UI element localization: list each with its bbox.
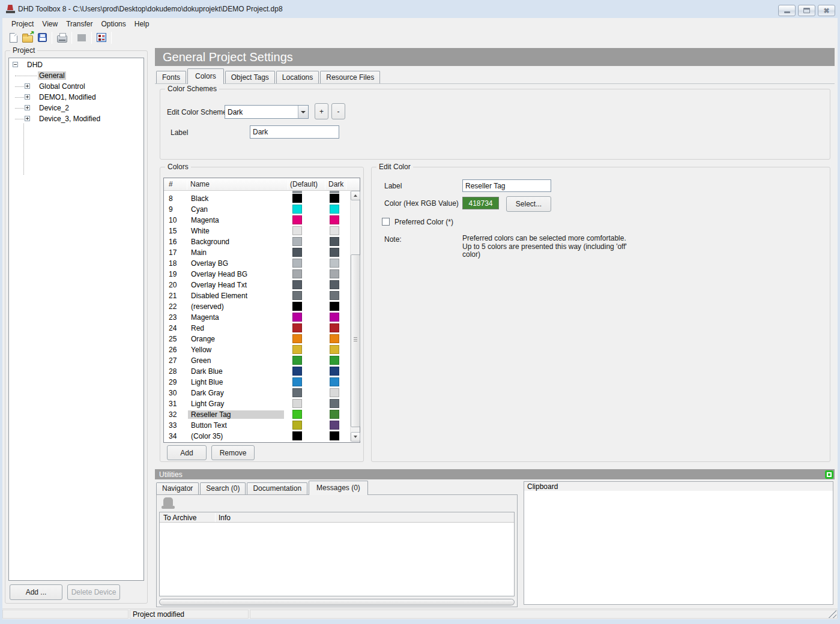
utilities-tab-navigator[interactable]: Navigator xyxy=(156,482,199,494)
utilities-tab-documentation[interactable]: Documentation xyxy=(247,482,307,494)
color-row-26[interactable]: 26Yellow xyxy=(164,344,350,355)
scheme-label-input[interactable] xyxy=(250,125,339,139)
window-border-bottom xyxy=(0,619,840,624)
project-tree[interactable]: DHDGeneralGlobal ControlDEMO1, ModifiedD… xyxy=(8,58,144,581)
menu-item-view[interactable]: View xyxy=(38,20,62,28)
stop-disabled-button[interactable] xyxy=(74,31,89,45)
colors-header-name[interactable]: Name xyxy=(190,180,210,188)
messages-column-to-archive[interactable]: To Archive xyxy=(163,514,196,522)
scroll-down-button[interactable] xyxy=(351,432,360,442)
open-file-button[interactable] xyxy=(20,31,35,45)
default-color-swatch xyxy=(292,431,302,440)
delete-device-button[interactable]: Delete Device xyxy=(67,584,120,600)
color-row-20[interactable]: 20Overlay Head Txt xyxy=(164,280,350,290)
tree-item-device-2[interactable]: Device_2 xyxy=(9,103,144,113)
colors-header-dark[interactable]: Dark xyxy=(328,180,343,188)
tab-object-tags[interactable]: Object Tags xyxy=(225,71,275,83)
dropdown-button[interactable] xyxy=(298,106,308,118)
color-row-32[interactable]: 32Reseller Tag xyxy=(164,409,350,420)
color-row-31[interactable]: 31Light Gray xyxy=(164,398,350,409)
color-row-23[interactable]: 23Magenta xyxy=(164,312,350,323)
clipboard-body[interactable] xyxy=(524,491,833,605)
color-label-input[interactable] xyxy=(462,179,551,192)
column-separator[interactable] xyxy=(187,179,187,190)
menu-item-project[interactable]: Project xyxy=(7,20,38,28)
titlebar[interactable]: DHD Toolbox 8 - C:\Users\prod\Desktop\do… xyxy=(0,0,840,18)
column-separator[interactable] xyxy=(215,513,216,522)
color-row-16[interactable]: 16Background xyxy=(164,236,350,247)
color-row-10[interactable]: 10Magenta xyxy=(164,215,350,226)
close-button[interactable]: ✖ xyxy=(818,5,835,16)
color-scheme-select[interactable]: Dark xyxy=(225,105,309,119)
scrollbar-thumb[interactable] xyxy=(351,254,360,427)
expand-icon[interactable] xyxy=(25,94,30,100)
tab-locations[interactable]: Locations xyxy=(276,71,319,83)
color-row-30[interactable]: 30Dark Gray xyxy=(164,388,350,398)
tree-item-device-3-modified[interactable]: Device_3, Modified xyxy=(9,113,144,124)
tree-item-demo1-modified[interactable]: DEMO1, Modified xyxy=(9,92,144,103)
preferred-color-checkbox[interactable] xyxy=(382,218,390,226)
messages-column-info[interactable]: Info xyxy=(219,514,231,522)
color-hex-value: 418734 xyxy=(462,197,499,209)
color-row-8[interactable]: 8Black xyxy=(164,193,350,204)
colors-header-default[interactable]: (Default) xyxy=(290,180,318,188)
color-row-34[interactable]: 34(Color 35) xyxy=(164,431,350,442)
utilities-tab-messages-0[interactable]: Messages (0) xyxy=(309,481,368,495)
add-color-button[interactable]: Add xyxy=(167,445,207,460)
horizontal-scrollbar[interactable] xyxy=(157,598,516,606)
scheme-remove-button[interactable]: - xyxy=(331,103,345,119)
expand-icon[interactable] xyxy=(25,116,30,121)
tree-item-label: General xyxy=(38,71,66,80)
color-row-29[interactable]: 29Light Blue xyxy=(164,377,350,388)
panel-toggle-icon[interactable] xyxy=(825,470,833,479)
tree-item-dhd[interactable]: DHD xyxy=(9,59,144,70)
scheme-add-button[interactable]: + xyxy=(315,103,328,119)
colors-header-item[interactable]: # xyxy=(169,180,173,188)
print-button[interactable] xyxy=(55,31,69,45)
color-row-33[interactable]: 33Button Text xyxy=(164,420,350,431)
color-row-18[interactable]: 18Overlay BG xyxy=(164,258,350,269)
add-device-button[interactable]: Add ... xyxy=(10,584,62,600)
column-separator[interactable] xyxy=(346,179,346,190)
collapse-icon[interactable] xyxy=(13,62,18,67)
scroll-up-button[interactable] xyxy=(351,191,360,200)
color-row-21[interactable]: 21Disabled Element xyxy=(164,290,350,301)
column-separator[interactable] xyxy=(288,179,288,190)
vertical-scrollbar[interactable] xyxy=(350,191,360,442)
messages-table[interactable]: To ArchiveInfo xyxy=(159,512,515,596)
tree-item-global-control[interactable]: Global Control xyxy=(9,81,144,92)
color-name: Reseller Tag xyxy=(188,410,284,419)
color-row-15[interactable]: 15White xyxy=(164,226,350,236)
messages-panel: To ArchiveInfo xyxy=(156,494,518,607)
menu-item-help[interactable]: Help xyxy=(130,20,154,28)
tab-resource-files[interactable]: Resource Files xyxy=(320,71,380,83)
expand-icon[interactable] xyxy=(25,105,30,110)
color-row-24[interactable]: 24Red xyxy=(164,323,350,334)
expand-icon[interactable] xyxy=(25,83,30,89)
new-file-button[interactable] xyxy=(6,31,20,45)
scrollbar-thumb[interactable] xyxy=(159,599,515,605)
utilities-tab-search-0[interactable]: Search (0) xyxy=(200,482,246,494)
colors-table[interactable]: #Name(Default)Dark 8Black9Cyan10Magenta1… xyxy=(163,178,360,443)
maximize-button[interactable] xyxy=(798,5,815,16)
column-separator[interactable] xyxy=(325,179,325,190)
project-options-button[interactable] xyxy=(94,31,109,45)
select-color-button[interactable]: Select... xyxy=(506,196,551,212)
tab-colors[interactable]: Colors xyxy=(187,68,224,84)
color-row-19[interactable]: 19Overlay Head BG xyxy=(164,269,350,280)
menu-item-transfer[interactable]: Transfer xyxy=(62,20,97,28)
color-row-27[interactable]: 27Green xyxy=(164,355,350,366)
colors-table-body[interactable]: 8Black9Cyan10Magenta15White16Background1… xyxy=(164,191,350,442)
tab-fonts[interactable]: Fonts xyxy=(156,71,186,83)
menu-item-options[interactable]: Options xyxy=(97,20,130,28)
remove-color-button[interactable]: Remove xyxy=(211,445,255,460)
save-button[interactable] xyxy=(35,31,49,45)
color-row-22[interactable]: 22(reserved) xyxy=(164,301,350,312)
color-row-9[interactable]: 9Cyan xyxy=(164,204,350,215)
tree-item-general[interactable]: General xyxy=(9,70,144,81)
minimize-button[interactable] xyxy=(778,5,796,16)
archive-icon[interactable] xyxy=(162,497,175,509)
color-row-28[interactable]: 28Dark Blue xyxy=(164,366,350,377)
color-row-17[interactable]: 17Main xyxy=(164,247,350,258)
color-row-25[interactable]: 25Orange xyxy=(164,334,350,344)
